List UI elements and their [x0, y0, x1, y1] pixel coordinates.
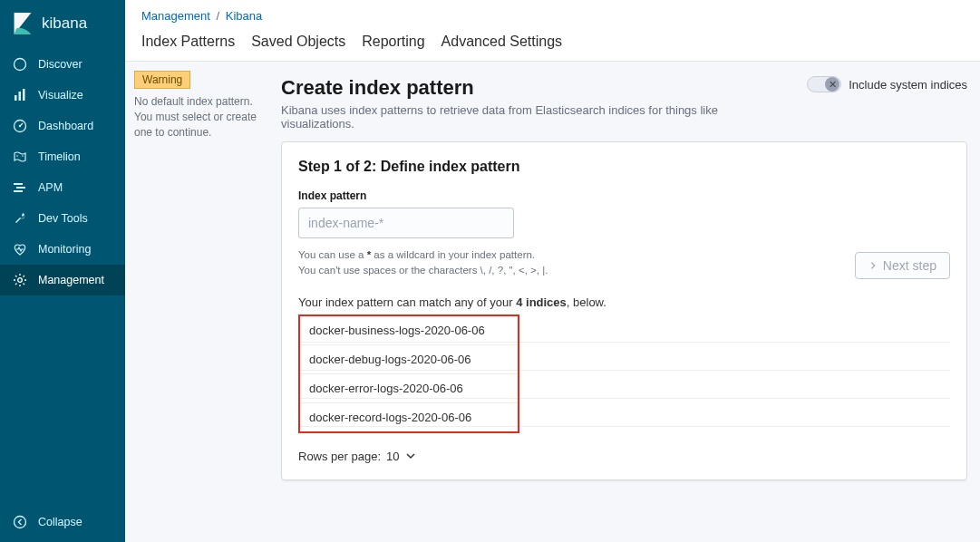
content: Warning No default index pattern. You mu… [125, 62, 980, 542]
sidebar-item-visualize[interactable]: Visualize [0, 80, 125, 111]
logo[interactable]: kibana [0, 0, 125, 49]
page: Create index pattern Kibana uses index p… [270, 62, 980, 542]
sidebar-item-label: Dashboard [38, 120, 93, 132]
sidebar-item-label: Monitoring [38, 243, 91, 256]
svg-point-11 [18, 278, 23, 283]
sidebar-item-dashboard[interactable]: Dashboard [0, 111, 125, 141]
gear-icon [13, 273, 27, 287]
svg-rect-9 [16, 187, 25, 189]
timelion-icon [13, 150, 27, 164]
tab-reporting[interactable]: Reporting [362, 34, 424, 50]
rows-per-page-selector[interactable]: Rows per page: 10 [298, 450, 950, 463]
sidebar: kibana Discover Visualize Dashboard Time… [0, 0, 125, 542]
sidebar-item-label: Visualize [38, 89, 83, 102]
sidebar-item-monitoring[interactable]: Monitoring [0, 234, 125, 265]
svg-point-7 [22, 155, 24, 157]
svg-rect-1 [15, 95, 17, 101]
apm-icon [13, 180, 27, 195]
include-system-label: Include system indices [849, 78, 967, 92]
svg-point-5 [19, 125, 21, 127]
svg-rect-3 [23, 89, 25, 101]
rows-per-page-value: 10 [386, 450, 399, 463]
nav: Discover Visualize Dashboard Timelion AP… [0, 49, 125, 542]
step-title: Step 1 of 2: Define index pattern [298, 159, 950, 175]
breadcrumb-link-kibana[interactable]: Kibana [226, 9, 262, 23]
warning-message: No default index pattern. You must selec… [134, 94, 261, 140]
table-row[interactable]: docker-debug-logs-2020-06-06 [300, 345, 518, 374]
svg-rect-10 [14, 190, 23, 192]
next-step-label: Next step [883, 258, 936, 273]
sidebar-item-timelion[interactable]: Timelion [0, 141, 125, 172]
svg-point-0 [15, 59, 26, 71]
svg-rect-8 [14, 183, 23, 185]
wrench-icon [13, 211, 27, 226]
kibana-logo-icon [13, 13, 33, 34]
page-description: Kibana uses index patterns to retrieve d… [281, 103, 789, 131]
breadcrumb-link-management[interactable]: Management [141, 9, 210, 23]
page-header-text: Create index pattern Kibana uses index p… [281, 76, 789, 131]
sidebar-item-apm[interactable]: APM [0, 172, 125, 203]
index-pattern-input[interactable] [298, 208, 514, 238]
rows-per-page-label: Rows per page: [298, 450, 381, 463]
hint-invalid-chars: You can't use spaces or the characters \… [298, 263, 548, 278]
tabs: Index Patterns Saved Objects Reporting A… [125, 26, 980, 62]
warning-badge: Warning [134, 71, 190, 89]
tab-index-patterns[interactable]: Index Patterns [141, 34, 235, 50]
heartbeat-icon [13, 242, 27, 256]
sidebar-item-label: APM [38, 181, 63, 194]
hint-wildcard: You can use a * as a wildcard in your in… [298, 247, 548, 263]
bar-chart-icon [13, 88, 27, 102]
breadcrumb-separator: / [214, 9, 223, 23]
svg-rect-2 [19, 92, 22, 101]
sidebar-item-label: Discover [38, 58, 82, 71]
include-system-indices-toggle[interactable]: ✕ Include system indices [807, 76, 967, 92]
chevron-down-icon [405, 450, 416, 461]
sidebar-item-label: Timelion [38, 150, 81, 163]
sidebar-item-collapse[interactable]: Collapse [0, 507, 125, 542]
indices-table: docker-business-logs-2020-06-06 docker-d… [298, 315, 950, 433]
table-row[interactable]: docker-business-logs-2020-06-06 [300, 316, 518, 345]
svg-point-6 [16, 155, 18, 157]
sidebar-item-label: Collapse [38, 516, 82, 528]
next-step-button[interactable]: Next step [855, 252, 950, 279]
sidebar-item-devtools[interactable]: Dev Tools [0, 203, 125, 234]
table-row[interactable]: docker-record-logs-2020-06-06 [300, 403, 518, 431]
next-step-wrapper: Next step [855, 252, 950, 279]
gauge-icon [13, 119, 27, 133]
svg-point-12 [15, 517, 26, 528]
compass-icon [13, 57, 27, 72]
field-group-index-pattern: Index pattern You can use a * as a wildc… [298, 189, 548, 279]
breadcrumb: Management / Kibana [125, 0, 980, 26]
table-row[interactable]: docker-error-logs-2020-06-06 [300, 374, 518, 403]
match-text: Your index pattern can match any of your… [298, 295, 950, 309]
card-define-index-pattern: Step 1 of 2: Define index pattern Index … [281, 141, 967, 480]
sidebar-item-management[interactable]: Management [0, 265, 125, 295]
field-label-index-pattern: Index pattern [298, 189, 548, 202]
sidebar-item-label: Management [38, 274, 104, 286]
collapse-icon [13, 515, 27, 529]
main: Management / Kibana Index Patterns Saved… [125, 0, 980, 542]
page-header: Create index pattern Kibana uses index p… [281, 76, 967, 131]
switch[interactable]: ✕ [807, 76, 841, 92]
tab-saved-objects[interactable]: Saved Objects [251, 34, 345, 50]
switch-knob-x-icon: ✕ [825, 77, 839, 92]
step-body-row: Index pattern You can use a * as a wildc… [298, 189, 950, 279]
logo-text: kibana [42, 15, 87, 33]
sidebar-item-discover[interactable]: Discover [0, 49, 125, 80]
tab-advanced-settings[interactable]: Advanced Settings [441, 34, 562, 50]
sidebar-item-label: Dev Tools [38, 212, 88, 225]
page-title: Create index pattern [281, 76, 789, 100]
indices-list-highlight: docker-business-logs-2020-06-06 docker-d… [298, 315, 519, 433]
warning-panel: Warning No default index pattern. You mu… [125, 62, 270, 542]
chevron-right-icon [868, 261, 878, 270]
